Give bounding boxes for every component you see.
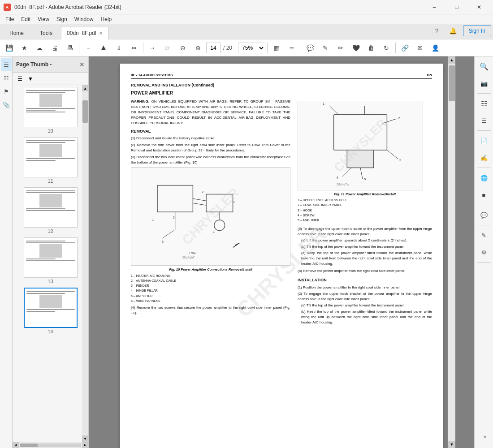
thumb-img-13 <box>24 237 78 278</box>
edit-pdf-button[interactable]: ✎ <box>476 227 492 243</box>
hscroll-track <box>20 444 81 447</box>
close-button[interactable]: ✕ <box>469 0 489 14</box>
step5-main: (5) To disengage the upper hook bracket … <box>298 226 432 237</box>
bookmark-button[interactable]: ★ <box>17 41 31 55</box>
cursor-button[interactable]: → <box>145 41 160 55</box>
pdf-scroll-up[interactable]: ▲ <box>448 56 455 64</box>
cloud-button[interactable]: ☁ <box>32 41 47 55</box>
layout-button[interactable]: ≣ <box>285 41 299 55</box>
pdf-scroll-down[interactable]: ▼ <box>448 441 455 448</box>
redact-button[interactable]: ■ <box>476 187 492 203</box>
right-sep2 <box>477 130 491 131</box>
menu-edit[interactable]: Edit <box>17 14 34 24</box>
menu-file[interactable]: File <box>2 14 17 24</box>
link-button[interactable]: 🔗 <box>398 41 412 55</box>
step5-text: (5) To disengage the upper hook bracket … <box>298 226 432 274</box>
bookmarks-icon-button[interactable]: ⚑ <box>1 85 12 98</box>
zoom-plus-button[interactable]: ⊕ <box>191 41 205 55</box>
thumb-page-10[interactable]: 10 <box>24 87 78 134</box>
scroll-thumb[interactable] <box>82 100 88 123</box>
enhance-scans-button[interactable]: 📷 <box>476 75 492 91</box>
hand-button[interactable]: ☞ <box>160 41 175 55</box>
scroll-up-arrow[interactable]: ▲ <box>82 85 88 91</box>
right-sep3 <box>477 168 491 168</box>
menu-window[interactable]: Window <box>71 14 97 24</box>
prev-page-button[interactable]: ⇓ <box>112 41 126 55</box>
combine-button[interactable]: ☷ <box>476 95 492 112</box>
pdf-scroll-thumb[interactable] <box>449 65 455 101</box>
draw-button[interactable]: ✏ <box>333 41 348 55</box>
zoom-fit-button[interactable]: 🔍 <box>476 58 492 74</box>
zoom-out-button[interactable]: − <box>81 41 95 55</box>
zoom-select[interactable]: 75% 100% 125% 150% <box>238 43 265 53</box>
svg-text:3: 3 <box>399 158 402 162</box>
save-button[interactable]: 💾 <box>2 41 16 55</box>
thumb-page-14[interactable]: 14 <box>24 288 78 334</box>
user-button[interactable]: 👤 <box>428 41 442 55</box>
menu-sign[interactable]: Sign <box>53 14 71 24</box>
thumb-page-12[interactable]: 12 <box>24 187 78 234</box>
svg-line-3 <box>193 203 206 206</box>
zoom-in-button[interactable]: ▲ <box>96 41 111 55</box>
translate-button[interactable]: 🌐 <box>476 170 492 186</box>
more-tools-button[interactable]: ⚙ <box>476 244 492 260</box>
pdf-vscrollbar[interactable]: ▲ ▼ <box>448 56 455 448</box>
zoom-minus-button[interactable]: ⊖ <box>176 41 190 55</box>
removal-step4: (4) Remove the two screws that secure th… <box>131 305 290 316</box>
main-layout: ☰ ☷ ⚑ 📎 Page Thumb - ✕ ☰ ▼ <box>0 56 493 448</box>
tab-close-button[interactable]: ✕ <box>99 31 103 36</box>
thumb-scrollbar[interactable]: ▲ ▼ <box>82 85 88 442</box>
undo-button[interactable]: ↻ <box>379 41 394 55</box>
next-page-button[interactable]: ⇔ <box>127 41 141 55</box>
help-icon-button[interactable]: ? <box>431 25 443 37</box>
install-step2: (2) To engage the upper hook bracket of … <box>298 291 432 302</box>
svg-text:6: 6 <box>162 241 164 244</box>
pages-icon-button[interactable]: ☰ <box>1 58 12 71</box>
fig10-legend-5: 5 – AMPLIFIER <box>131 293 290 298</box>
sign-in-button[interactable]: Sign In <box>463 26 491 36</box>
fig11-svg: 1 2 3 4 5 00dne7a <box>298 101 423 190</box>
right-sep1 <box>477 93 491 94</box>
sidebar-close-button[interactable]: ✕ <box>79 61 85 68</box>
tab-tools[interactable]: Tools <box>32 27 60 39</box>
thumb-page-11[interactable]: 11 <box>24 137 78 184</box>
print2-button[interactable]: 🖶 <box>63 41 77 55</box>
organize-button[interactable]: ☰ <box>476 112 492 129</box>
erase-button[interactable]: 🖤 <box>349 41 363 55</box>
fig10-legend-6: 6 – WIRE HARNESS <box>131 298 290 303</box>
menu-view[interactable]: View <box>34 14 53 24</box>
scroll-down-arrow[interactable]: ▼ <box>82 435 88 442</box>
thumb-page-13[interactable]: 13 <box>24 237 78 284</box>
expand-button[interactable]: » <box>477 428 493 444</box>
email-button[interactable]: ✉ <box>413 41 427 55</box>
delete-button[interactable]: 🗑 <box>364 41 378 55</box>
layers-icon-button[interactable]: ☷ <box>1 72 12 84</box>
thumb-hscrollbar[interactable]: ◄ ► <box>13 442 88 448</box>
comment2-button[interactable]: 💬 <box>476 207 492 223</box>
fit-page-button[interactable]: ▦ <box>269 41 284 55</box>
comment-button[interactable]: 💬 <box>303 41 317 55</box>
page-number-input[interactable] <box>206 43 221 53</box>
hscroll-right[interactable]: ► <box>82 442 88 448</box>
tab-document[interactable]: 00dn_8F.pdf ✕ <box>61 27 108 39</box>
print-button[interactable]: 🖨 <box>48 41 62 55</box>
hscroll-left[interactable]: ◄ <box>13 442 19 448</box>
attachments-icon-button[interactable]: 📎 <box>1 99 12 111</box>
right-sep4 <box>477 205 491 205</box>
sidebar-dropdown-button[interactable]: ▼ <box>25 73 36 84</box>
hscroll-thumb[interactable] <box>20 444 38 447</box>
install-step2a: (a) Tilt the top of the power amplifier … <box>298 303 432 308</box>
highlight-button[interactable]: ✎ <box>318 41 333 55</box>
sidebar-title: Page Thumb - <box>16 61 52 68</box>
fill-sign-button[interactable]: ✍ <box>476 150 492 166</box>
minimize-button[interactable]: – <box>424 0 445 14</box>
sidebar-menu-button[interactable]: ☰ <box>14 73 25 84</box>
maximize-button[interactable]: □ <box>446 0 467 14</box>
notification-button[interactable]: 🔔 <box>447 25 459 37</box>
tab-home[interactable]: Home <box>2 27 31 39</box>
section2-title: POWER AMPLIFIER <box>131 90 432 96</box>
thumb-img-11 <box>24 137 78 177</box>
pdf-header-left: 8F - 14 AUDIO SYSTEMS <box>131 73 173 78</box>
export-button[interactable]: 📄 <box>476 133 492 149</box>
menu-help[interactable]: Help <box>97 14 116 24</box>
